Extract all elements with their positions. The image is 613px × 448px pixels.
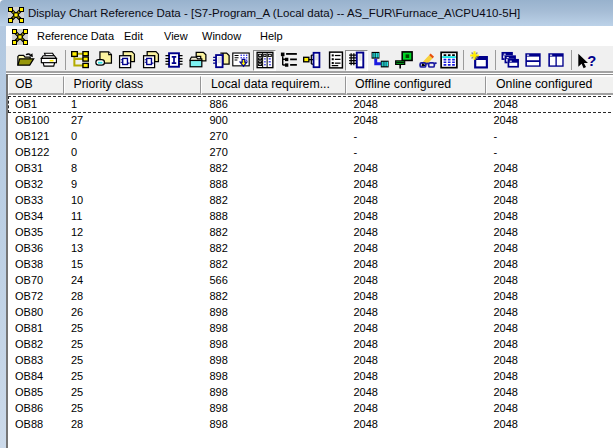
svg-text:?: ?: [587, 53, 596, 69]
